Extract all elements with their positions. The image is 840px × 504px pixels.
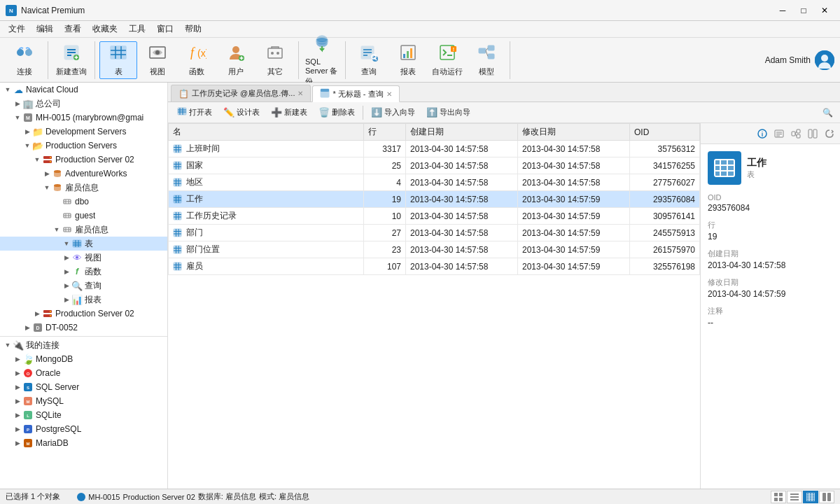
sidebar-item-employee-info-db[interactable]: ▼ 雇员信息	[0, 181, 167, 195]
auto-run-button[interactable]: ! 自动运行	[428, 41, 466, 79]
info-button[interactable]: i	[755, 126, 770, 141]
sidebar-item-my-connections[interactable]: ▼ 🔌 我的连接	[0, 338, 167, 352]
dt0052-icon: D	[32, 322, 43, 333]
expand-arrow	[52, 197, 62, 206]
query-button[interactable]: 查询	[350, 41, 388, 79]
svg-point-52	[821, 55, 828, 62]
table-row[interactable]: 雇员 107 2013-04-30 14:57:58 2013-04-30 14…	[169, 258, 700, 275]
ddl-button[interactable]	[771, 126, 787, 141]
view-btn-4[interactable]	[819, 491, 834, 503]
cell-modified: 2013-04-30 14:57:59	[518, 225, 630, 241]
sidebar-item-mh0015[interactable]: ▼ M MH-0015 (marybrown@gmai	[0, 111, 167, 125]
svg-rect-118	[174, 195, 181, 203]
sidebar-item-general-company[interactable]: ▶ 🏢 总公司	[0, 97, 167, 111]
svg-text:!: !	[453, 47, 454, 52]
model-button[interactable]: 模型	[468, 41, 505, 79]
sidebar-item-functions[interactable]: ▶ f 函数	[0, 265, 167, 279]
sidebar-item-reports[interactable]: ▶ 📊 报表	[0, 293, 167, 307]
view-btn-1[interactable]	[771, 491, 786, 503]
cell-rows: 107	[364, 258, 406, 275]
sidebar-item-guest[interactable]: guest	[0, 209, 167, 223]
expand-arrow: ▶	[13, 438, 22, 448]
svg-rect-46	[479, 48, 486, 53]
comment-label: 注释	[708, 306, 833, 316]
tab-query-close[interactable]: ✕	[386, 90, 392, 98]
import-wizard-button[interactable]: ⬇️ 导入向导	[366, 105, 420, 120]
menu-tools[interactable]: 工具	[123, 22, 151, 36]
table-row[interactable]: 部门位置 23 2013-04-30 14:57:58 2013-04-30 1…	[169, 241, 700, 258]
sql-server-backup-button[interactable]: SQL Server 备份	[303, 41, 341, 79]
new-table-button[interactable]: ➕ 新建表	[266, 105, 312, 120]
sidebar-item-mongodb[interactable]: ▶ 🍃 MongoDB	[0, 352, 167, 366]
sidebar-item-dt0052[interactable]: ▶ D DT-0052	[0, 321, 167, 335]
menu-favorites[interactable]: 收藏夹	[87, 22, 123, 36]
new-query-button[interactable]: 新建查询	[52, 41, 90, 79]
design-table-button[interactable]: ✏️ 设计表	[218, 105, 265, 120]
table-row[interactable]: 上班时间 3317 2013-04-30 14:57:58 2013-04-30…	[169, 141, 700, 158]
sidebar-item-mysql[interactable]: ▶ M MySQL	[0, 394, 167, 408]
sidebar-item-tables[interactable]: ▼ 表	[0, 237, 167, 251]
cell-oid: 325576198	[630, 258, 700, 275]
sidebar-item-oracle[interactable]: ▶ O Oracle	[0, 366, 167, 380]
maximize-button[interactable]: □	[794, 4, 813, 18]
sidebar-item-prod-server-02b[interactable]: ▶ Production Server 02	[0, 307, 167, 321]
tab-query[interactable]: * 无标题 - 查询 ✕	[312, 85, 399, 102]
expand-arrow	[52, 211, 62, 220]
query-icon-sidebar: 🔍	[71, 280, 83, 291]
table-row[interactable]: 部门 27 2013-04-30 14:57:58 2013-04-30 14:…	[169, 225, 700, 241]
other-button[interactable]: 其它	[256, 41, 294, 79]
menu-file[interactable]: 文件	[3, 22, 31, 36]
sidebar-item-postgresql[interactable]: ▶ P PostgreSQL	[0, 422, 167, 436]
tab-history-close[interactable]: ✕	[298, 90, 303, 97]
menu-edit[interactable]: 编辑	[31, 22, 59, 36]
sidebar: ▼ ☁ Navicat Cloud ▶ 🏢 总公司 ▼ M MH-0015 (m…	[0, 83, 168, 489]
sidebar-item-queries[interactable]: ▶ 🔍 查询	[0, 279, 167, 293]
sidebar-item-views[interactable]: ▶ 👁 视图	[0, 251, 167, 265]
table-button[interactable]: 表	[99, 41, 137, 79]
user-button[interactable]: 用户	[217, 41, 255, 79]
table-row[interactable]: 工作历史记录 10 2013-04-30 14:57:58 2013-04-30…	[169, 208, 700, 225]
delete-table-button[interactable]: 🗑️ 删除表	[314, 105, 360, 120]
sidebar-item-production-servers[interactable]: ▼ 📂 Production Servers	[0, 139, 167, 153]
view-button[interactable]: 视图	[139, 41, 176, 79]
refresh-button[interactable]	[822, 126, 837, 141]
sidebar-item-sqlite[interactable]: ▶ L SQLite	[0, 408, 167, 422]
function-button[interactable]: f (x) 函数	[178, 41, 216, 79]
sidebar-item-development-servers[interactable]: ▶ 📁 Development Servers	[0, 125, 167, 139]
menu-window[interactable]: 窗口	[151, 22, 179, 36]
table-row[interactable]: 地区 4 2013-04-30 14:57:58 2013-04-30 14:5…	[169, 174, 700, 191]
schema-icon	[62, 196, 73, 207]
sidebar-item-dbo[interactable]: dbo	[0, 195, 167, 209]
sidebar-item-employee-schema[interactable]: ▼ 雇员信息	[0, 223, 167, 237]
er-button[interactable]	[788, 126, 804, 141]
employee-schema-label: 雇员信息	[75, 224, 108, 236]
menu-help[interactable]: 帮助	[179, 22, 207, 36]
split-button[interactable]	[805, 126, 820, 141]
sidebar-item-mariadb[interactable]: ▶ M MariaDB	[0, 436, 167, 450]
table-label: 表	[115, 66, 122, 77]
minimize-button[interactable]: ─	[773, 4, 792, 18]
cell-modified: 2013-04-30 14:57:59	[518, 258, 630, 275]
connect-button[interactable]: 连接	[6, 41, 43, 79]
table-row[interactable]: 工作 19 2013-04-30 14:57:58 2013-04-30 14:…	[169, 191, 700, 208]
table-row[interactable]: 国家 25 2013-04-30 14:57:58 2013-04-30 14:…	[169, 158, 700, 174]
sidebar-item-navicat-cloud[interactable]: ▼ ☁ Navicat Cloud	[0, 83, 167, 97]
sidebar-item-prod-server-02[interactable]: ▼ Production Server 02	[0, 153, 167, 167]
search-button[interactable]: 🔍	[819, 104, 836, 121]
tab-history[interactable]: 📋 工作历史记录 @雇员信息.傳... ✕	[171, 85, 311, 102]
open-table-button[interactable]: 打开表	[172, 105, 217, 120]
view-btn-2[interactable]	[787, 491, 802, 503]
svg-rect-39	[403, 54, 405, 58]
sql-server-backup-icon	[312, 34, 332, 56]
content-body: 名 行 创建日期 修改日期 OID	[168, 123, 840, 489]
close-button[interactable]: ✕	[815, 4, 834, 18]
guest-label: guest	[75, 211, 95, 220]
sidebar-item-adventure-works[interactable]: ▶ AdventureWorks	[0, 167, 167, 181]
expand-arrow: ▶	[13, 99, 22, 108]
svg-rect-25	[268, 48, 282, 58]
sidebar-item-sql-server[interactable]: ▶ S SQL Server	[0, 380, 167, 394]
menu-view[interactable]: 查看	[59, 22, 87, 36]
export-wizard-button[interactable]: ⬆️ 导出向导	[421, 105, 475, 120]
report-button[interactable]: 报表	[389, 41, 427, 79]
view-btn-3[interactable]	[803, 491, 818, 503]
